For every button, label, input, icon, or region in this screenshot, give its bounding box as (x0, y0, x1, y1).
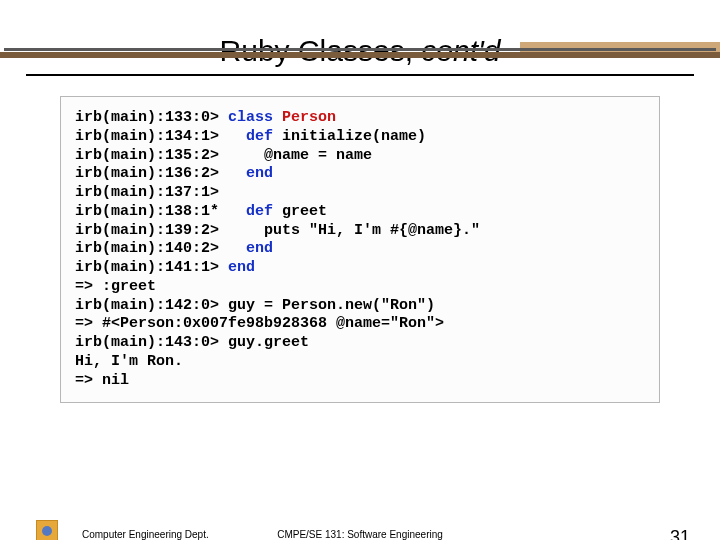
code-line: irb(main):136:2> end (75, 165, 273, 182)
decor-stripe-brown (0, 52, 720, 58)
code-line: irb(main):135:2> @name = name (75, 147, 372, 164)
decor-stripe-gray (4, 48, 716, 51)
code-line: => :greet (75, 278, 156, 295)
top-decor-bar (0, 42, 720, 60)
code-line: irb(main):134:1> def initialize(name) (75, 128, 426, 145)
title-underline (26, 74, 694, 76)
page-number: 31 (670, 527, 690, 540)
code-line: => #<Person:0x007fe98b928368 @name="Ron"… (75, 315, 444, 332)
code-line: irb(main):137:1> (75, 184, 219, 201)
code-line: irb(main):139:2> puts "Hi, I'm #{@name}.… (75, 222, 480, 239)
code-line: irb(main):143:0> guy.greet (75, 334, 309, 351)
code-line: irb(main):142:0> guy = Person.new("Ron") (75, 297, 435, 314)
code-block: irb(main):133:0> class Person irb(main):… (60, 96, 660, 403)
footer-center-line1: CMPE/SE 131: Software Engineering (0, 529, 720, 540)
code-line: => nil (75, 372, 129, 389)
code-line: irb(main):133:0> class Person (75, 109, 336, 126)
footer-center: CMPE/SE 131: Software Engineering © R. M… (0, 529, 720, 540)
code-line: irb(main):141:1> end (75, 259, 255, 276)
code-line: Hi, I'm Ron. (75, 353, 183, 370)
footer: SAN JOSÉ STATE UNIVERSITY Computer Engin… (0, 510, 720, 540)
code-line: irb(main):140:2> end (75, 240, 273, 257)
slide: Ruby Classes, cont'd irb(main):133:0> cl… (0, 34, 720, 540)
code-line: irb(main):138:1* def greet (75, 203, 327, 220)
